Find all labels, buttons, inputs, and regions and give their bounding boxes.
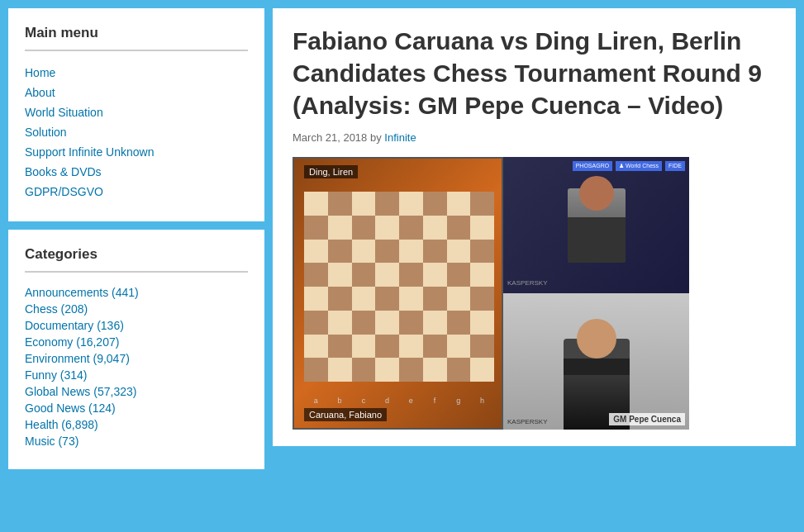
- main-menu-item: World Situation: [25, 102, 248, 122]
- chess-square: [423, 358, 447, 382]
- chess-square: [423, 240, 447, 264]
- chess-square: [352, 240, 376, 264]
- chess-square: [423, 192, 447, 216]
- chess-square: [447, 192, 471, 216]
- chess-square: [328, 358, 352, 382]
- chess-square: [399, 335, 423, 359]
- article-title: Fabiano Caruana vs Ding Liren, Berlin Ca…: [293, 25, 776, 121]
- chess-square: [399, 358, 423, 382]
- player-photo-bg: PHOSAGRO ♟ World Chess FIDE KASPERSKY: [503, 157, 689, 293]
- chess-square: [328, 287, 352, 311]
- chess-square: [470, 311, 494, 335]
- chess-square: [423, 335, 447, 359]
- category-link[interactable]: Health (6,898): [25, 418, 98, 431]
- chess-square: [470, 287, 494, 311]
- chess-square: [447, 311, 471, 335]
- main-menu-link[interactable]: GDPR/DSGVO: [25, 182, 248, 202]
- chess-board-panel: Ding, Liren abcdefgh Caruana, Fabiano: [293, 157, 503, 430]
- main-menu-link[interactable]: World Situation: [25, 102, 248, 122]
- category-link[interactable]: Chess (208): [25, 302, 88, 316]
- main-menu-item: Solution: [25, 122, 248, 142]
- chess-square: [375, 192, 399, 216]
- chess-square: [447, 216, 471, 240]
- chess-square: [375, 311, 399, 335]
- article-author[interactable]: Infinite: [384, 131, 416, 144]
- categories-title: Categories: [25, 246, 248, 273]
- article-by: by: [370, 131, 382, 144]
- chess-square: [304, 263, 328, 287]
- chess-square: [304, 287, 328, 311]
- chess-square: [304, 311, 328, 335]
- phosagro-logo: PHOSAGRO: [573, 161, 612, 171]
- chess-coordinates: abcdefgh: [304, 397, 494, 405]
- chess-square: [447, 335, 471, 359]
- main-content: Fabiano Caruana vs Ding Liren, Berlin Ca…: [273, 8, 796, 446]
- chess-coord-label: b: [328, 397, 352, 405]
- category-link[interactable]: Announcements (441): [25, 286, 139, 299]
- chess-coord-label: d: [375, 397, 399, 405]
- main-menu-link[interactable]: Support Infinite Unknown: [25, 142, 248, 162]
- chess-square: [375, 335, 399, 359]
- chess-square: [352, 287, 376, 311]
- main-menu-link[interactable]: Home: [25, 63, 248, 83]
- main-menu-item: Home: [25, 63, 248, 83]
- category-link[interactable]: Economy (16,207): [25, 335, 119, 349]
- category-link[interactable]: Global News (57,323): [25, 385, 136, 398]
- analyst-label: GM Pepe Cuenca: [609, 413, 685, 425]
- chess-square: [470, 240, 494, 264]
- player-label-bottom: Caruana, Fabiano: [304, 408, 387, 421]
- chess-square: [328, 192, 352, 216]
- main-menu-box: Main menu HomeAboutWorld SituationSoluti…: [8, 8, 264, 221]
- category-link[interactable]: Good News (124): [25, 401, 116, 415]
- chess-coord-label: e: [399, 397, 423, 405]
- chess-coord-label: g: [447, 397, 471, 405]
- chess-square: [304, 335, 328, 359]
- kaspersky-logo-top: KASPERSKY: [507, 279, 547, 287]
- category-link[interactable]: Music (73): [25, 435, 78, 448]
- category-item: Documentary (136): [25, 317, 248, 334]
- chess-square: [399, 240, 423, 264]
- category-item: Environment (9,047): [25, 350, 248, 367]
- player-photo-area: PHOSAGRO ♟ World Chess FIDE KASPERSKY: [503, 157, 689, 293]
- chess-coord-label: a: [304, 397, 328, 405]
- chess-square: [328, 311, 352, 335]
- main-menu-nav: HomeAboutWorld SituationSolutionSupport …: [25, 63, 248, 202]
- article-date: March 21, 2018: [293, 131, 367, 144]
- main-menu-item: GDPR/DSGVO: [25, 182, 248, 202]
- main-menu-link[interactable]: Solution: [25, 122, 248, 142]
- chess-square: [470, 216, 494, 240]
- category-link[interactable]: Documentary (136): [25, 319, 124, 332]
- chess-square: [447, 263, 471, 287]
- player-label-top: Ding, Liren: [304, 165, 358, 178]
- chess-square: [399, 216, 423, 240]
- chess-square: [470, 192, 494, 216]
- category-link[interactable]: Funny (314): [25, 368, 87, 382]
- main-menu-item: Books & DVDs: [25, 162, 248, 182]
- article-image: Ding, Liren abcdefgh Caruana, Fabiano PH…: [293, 157, 689, 430]
- main-menu-link[interactable]: Books & DVDs: [25, 162, 248, 182]
- category-item: Announcements (441): [25, 284, 248, 301]
- category-link[interactable]: Environment (9,047): [25, 352, 130, 365]
- chess-square: [304, 240, 328, 264]
- chess-square: [304, 216, 328, 240]
- chess-square: [375, 287, 399, 311]
- chess-square: [399, 287, 423, 311]
- chess-square: [423, 263, 447, 287]
- main-menu-item: About: [25, 83, 248, 102]
- category-item: Health (6,898): [25, 416, 248, 433]
- chess-square: [423, 287, 447, 311]
- category-item: Chess (208): [25, 301, 248, 317]
- chess-square: [399, 311, 423, 335]
- chess-coord-label: f: [423, 397, 447, 405]
- chess-square: [328, 240, 352, 264]
- category-item: Global News (57,323): [25, 383, 248, 400]
- chess-square: [470, 358, 494, 382]
- chess-square: [304, 192, 328, 216]
- chess-square: [328, 216, 352, 240]
- main-menu-link[interactable]: About: [25, 83, 248, 102]
- category-item: Economy (16,207): [25, 334, 248, 350]
- chess-square: [352, 216, 376, 240]
- chess-square: [375, 263, 399, 287]
- main-menu-item: Support Infinite Unknown: [25, 142, 248, 162]
- chess-square: [423, 216, 447, 240]
